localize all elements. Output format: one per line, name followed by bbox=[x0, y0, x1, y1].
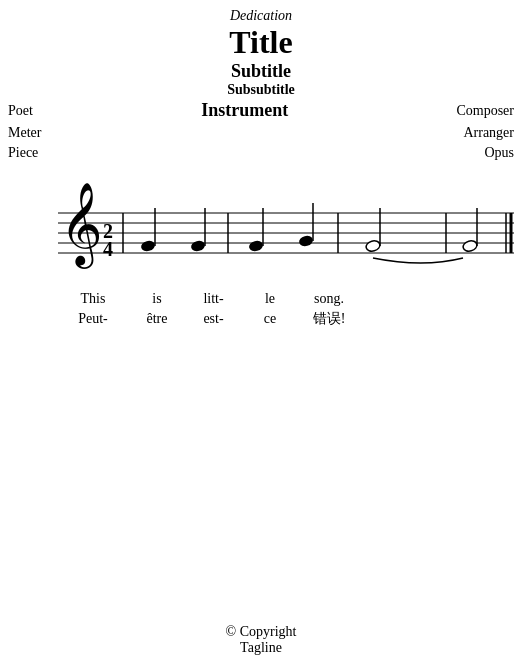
lyric-1-2: is bbox=[132, 291, 182, 307]
lyrics-row-2: Peut- être est- ce 错误! bbox=[58, 309, 514, 328]
svg-point-19 bbox=[365, 239, 381, 252]
title-text: Title bbox=[0, 24, 522, 61]
lyric-1-1: This bbox=[58, 291, 128, 307]
lyric-2-3: est- bbox=[186, 311, 241, 327]
lyric-2-1: Peut- bbox=[58, 311, 128, 327]
dedication-text: Dedication bbox=[0, 8, 522, 24]
svg-point-22 bbox=[462, 239, 478, 252]
lyric-1-3: litt- bbox=[186, 291, 241, 307]
lyric-2-4: ce bbox=[245, 311, 295, 327]
footer: © Copyright Tagline bbox=[0, 624, 522, 656]
tagline-text: Tagline bbox=[0, 640, 522, 656]
meter-label: Meter bbox=[8, 125, 41, 141]
lyric-2-2: être bbox=[132, 311, 182, 327]
lyric-1-4: le bbox=[245, 291, 295, 307]
meter-arranger-row: Meter Arranger bbox=[0, 123, 522, 143]
opus-label: Opus bbox=[484, 145, 514, 161]
piece-label: Piece bbox=[8, 145, 38, 161]
svg-point-11 bbox=[190, 239, 206, 252]
svg-point-9 bbox=[140, 239, 156, 252]
piece-opus-row: Piece Opus bbox=[0, 143, 522, 163]
svg-point-14 bbox=[248, 239, 264, 252]
lyric-2-5: 错误! bbox=[299, 310, 359, 328]
composer-label: Composer bbox=[456, 103, 514, 119]
staff-svg: 𝄞 2 4 bbox=[8, 173, 514, 283]
subtitle-text: Subtitle bbox=[0, 61, 522, 82]
subsubtitle-text: Subsubtitle bbox=[0, 82, 522, 98]
copyright-text: © Copyright bbox=[0, 624, 522, 640]
poet-label: Poet bbox=[8, 103, 33, 119]
svg-point-16 bbox=[298, 234, 314, 247]
svg-text:𝄞: 𝄞 bbox=[60, 183, 103, 269]
header: Dedication Title Subtitle Subsubtitle bbox=[0, 0, 522, 98]
lyrics-row-1: This is litt- le song. bbox=[58, 289, 514, 307]
arranger-label: Arranger bbox=[463, 125, 514, 141]
instrument-row: Poet Instrument Composer bbox=[0, 98, 522, 123]
score-area: 𝄞 2 4 bbox=[8, 173, 514, 328]
svg-text:4: 4 bbox=[103, 238, 113, 260]
lyric-1-5: song. bbox=[299, 291, 359, 307]
instrument-text: Instrument bbox=[201, 100, 288, 121]
